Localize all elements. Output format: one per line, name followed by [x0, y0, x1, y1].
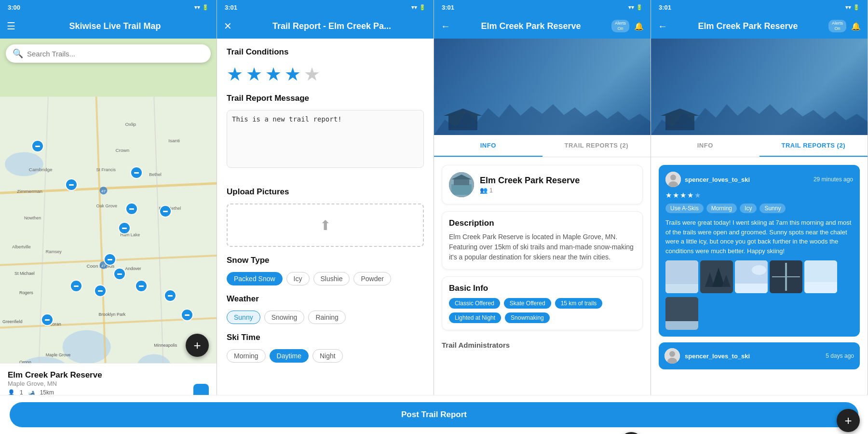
search-input[interactable] [27, 50, 204, 58]
battery-icon-info: 🔋 [636, 4, 643, 11]
menu-icon[interactable]: ☰ [7, 20, 15, 32]
svg-rect-52 [665, 285, 698, 293]
report1-photo-4[interactable] [770, 260, 802, 293]
report1-photo-1[interactable] [665, 260, 698, 293]
trail-admin-label: Trail Administrators [442, 341, 643, 349]
message-label: Trail Report Message [227, 94, 424, 103]
park-building-silhouette-2 [661, 106, 699, 130]
svg-text:Minneapolis: Minneapolis [154, 343, 177, 348]
alerts-button-reports[interactable]: AlertsOn [828, 20, 846, 32]
tab-info-reports[interactable]: INFO [651, 135, 760, 157]
svg-text:Zimmerman: Zimmerman [17, 189, 42, 194]
report2-time: 5 days ago [826, 353, 854, 359]
top-bar-form: ✕ Trail Report - Elm Creek Pa... [217, 14, 434, 39]
star-1[interactable]: ★ [227, 64, 243, 85]
park-avatar [449, 172, 474, 197]
map-pin-4[interactable] [125, 203, 138, 215]
snow-icy[interactable]: Icy [286, 272, 310, 285]
svg-text:Andover: Andover [125, 266, 141, 271]
message-input[interactable]: This is a new trail report! [227, 110, 424, 168]
report1-photo-2[interactable] [700, 260, 733, 293]
map-pin-10[interactable] [94, 285, 107, 297]
svg-text:Greenfield: Greenfield [2, 319, 22, 324]
report1-photo-3[interactable] [735, 260, 768, 293]
star-selector[interactable]: ★ ★ ★ ★ ★ [227, 64, 424, 85]
report1-photo-6[interactable] [665, 297, 698, 330]
description-text: Elm Creek Park Reserve is located in Map… [449, 232, 636, 262]
ski-morning[interactable]: Morning [227, 349, 266, 363]
info-tabs: INFO TRAIL REPORTS (2) [434, 135, 651, 157]
map-pin-6[interactable] [159, 205, 172, 217]
ski-night[interactable]: Night [312, 349, 343, 363]
tab-trail-reports-active[interactable]: TRAIL REPORTS (2) [760, 135, 868, 157]
post-trail-report-button[interactable]: Post Trail Report [217, 402, 434, 427]
search-bar[interactable]: 🔍 [6, 44, 211, 63]
wifi-icon-form: ▾▾ [411, 4, 417, 11]
star-3[interactable]: ★ [265, 64, 282, 85]
tab-info[interactable]: INFO [434, 135, 542, 157]
snow-packed[interactable]: Packed Snow [227, 272, 283, 285]
map-pin-9[interactable] [135, 280, 148, 292]
status-bar-info: 3:01 ▾▾ 🔋 [434, 0, 651, 14]
battery-icon-form: 🔋 [419, 4, 426, 11]
map-title: Skiwise Live Trail Map [20, 21, 210, 31]
status-time-info: 3:01 [442, 4, 454, 11]
weather-raining[interactable]: Raining [308, 311, 345, 324]
post-btn-wrapper: Post Trail Report [217, 395, 434, 434]
close-icon-form[interactable]: ✕ [224, 20, 232, 32]
snow-powder[interactable]: Powder [353, 272, 391, 285]
back-icon-info[interactable]: ← [441, 21, 450, 32]
map-pin-5[interactable] [118, 222, 131, 234]
tag-sunny: Sunny [760, 203, 786, 213]
back-icon-reports[interactable]: ← [658, 21, 667, 32]
park-card: Elm Creek Park Reserve 👥 1 [442, 165, 643, 204]
report2-avatar [665, 348, 680, 364]
reports-content: spencer_loves_to_ski 29 minutes ago ★ ★ … [651, 157, 868, 411]
bell-icon-info[interactable]: 🔔 [634, 22, 644, 31]
badge-skate: Skate Offered [504, 298, 551, 309]
park-hero-reports [651, 39, 868, 135]
map-pin-7[interactable] [104, 253, 116, 266]
report1-body: Trails were great today! I went skiing a… [665, 218, 853, 256]
reports-title: Elm Creek Park Reserve [672, 21, 824, 31]
weather-snowing[interactable]: Snowing [264, 311, 305, 324]
bell-icon-reports[interactable]: 🔔 [851, 22, 861, 31]
screen-map: 3:00 ▾▾ 🔋 ☰ Skiwise Live Trail Map [0, 0, 217, 434]
map-pin-8[interactable] [113, 268, 126, 280]
svg-text:Cambridge: Cambridge [29, 167, 53, 172]
add-fab-map[interactable]: + [186, 334, 209, 357]
description-card: Description Elm Creek Park Reserve is lo… [442, 211, 643, 270]
svg-text:St Francis: St Francis [96, 167, 116, 172]
svg-marker-41 [444, 108, 482, 116]
map-pin-3[interactable] [130, 166, 143, 179]
map-pin-11[interactable] [70, 280, 82, 292]
map-pin-2[interactable] [65, 178, 78, 191]
followers-icon: 👥 [480, 187, 488, 194]
ski-daytime[interactable]: Daytime [270, 349, 309, 363]
snow-slushie[interactable]: Slushie [313, 272, 350, 285]
svg-text:Maple Grove: Maple Grove [46, 353, 70, 357]
star-2[interactable]: ★ [246, 64, 262, 85]
map-pin-1[interactable] [31, 140, 44, 152]
snow-type-row: Packed Snow Icy Slushie Powder [227, 272, 424, 285]
status-bar-map: 3:00 ▾▾ 🔋 [0, 0, 217, 14]
star-5[interactable]: ★ [304, 64, 320, 85]
weather-sunny[interactable]: Sunny [227, 311, 260, 324]
svg-rect-0 [0, 97, 217, 376]
add-fab-reports[interactable]: + [837, 409, 860, 432]
tab-trail-reports[interactable]: TRAIL REPORTS (2) [542, 135, 651, 157]
star-4[interactable]: ★ [285, 64, 301, 85]
map-area[interactable]: Cambridge Oxlip Isanti Crown Zimmerman S… [0, 39, 217, 434]
top-bar-info: ← Elm Creek Park Reserve AlertsOn 🔔 [434, 14, 651, 39]
svg-rect-40 [448, 116, 477, 130]
map-pin-12[interactable] [164, 289, 176, 302]
upload-area[interactable]: ⬆ [227, 203, 424, 247]
weather-row: Sunny Snowing Raining [227, 311, 424, 324]
trail-card-location: Maple Grove, MN [8, 380, 188, 387]
map-pin-13[interactable] [181, 309, 193, 321]
top-bar-reports: ← Elm Creek Park Reserve AlertsOn 🔔 [651, 14, 868, 39]
alerts-button-info[interactable]: AlertsOn [611, 20, 629, 32]
status-bar-reports: 3:01 ▾▾ 🔋 [651, 0, 868, 14]
report1-photo-5[interactable] [804, 260, 837, 293]
map-pin-14[interactable] [41, 313, 54, 326]
